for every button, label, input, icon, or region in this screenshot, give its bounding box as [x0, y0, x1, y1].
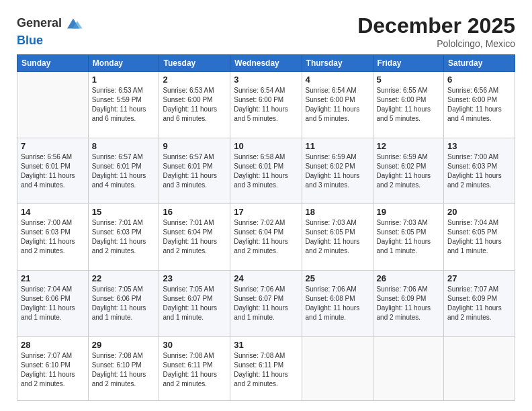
day-number: 13	[447, 141, 511, 151]
table-row	[17, 72, 89, 138]
day-info: Sunrise: 6:59 AM Sunset: 6:02 PM Dayligh…	[377, 152, 441, 190]
table-row: 29Sunrise: 7:08 AM Sunset: 6:10 PM Dayli…	[88, 336, 159, 400]
day-number: 19	[377, 207, 441, 217]
table-row: 24Sunrise: 7:06 AM Sunset: 6:07 PM Dayli…	[230, 271, 302, 337]
day-info: Sunrise: 6:55 AM Sunset: 6:00 PM Dayligh…	[377, 86, 441, 124]
day-number: 20	[447, 207, 511, 217]
table-row	[373, 336, 444, 400]
col-saturday: Saturday	[444, 55, 515, 72]
day-number: 28	[21, 340, 85, 350]
day-number: 24	[234, 273, 298, 283]
day-number: 8	[92, 141, 156, 151]
logo-text-general: General	[17, 16, 62, 31]
day-number: 1	[92, 75, 156, 85]
table-row: 11Sunrise: 6:59 AM Sunset: 6:02 PM Dayli…	[302, 138, 373, 204]
day-number: 15	[92, 207, 156, 217]
day-number: 2	[163, 75, 226, 85]
day-info: Sunrise: 7:05 AM Sunset: 6:07 PM Dayligh…	[163, 285, 226, 322]
logo: General Blue	[17, 13, 83, 48]
day-info: Sunrise: 7:05 AM Sunset: 6:06 PM Dayligh…	[92, 285, 156, 322]
day-number: 5	[377, 75, 441, 85]
day-number: 12	[377, 141, 441, 151]
header: General Blue December 2025 Pololcingo, M…	[17, 13, 515, 49]
day-info: Sunrise: 6:56 AM Sunset: 6:00 PM Dayligh…	[447, 86, 511, 124]
day-number: 14	[21, 207, 85, 217]
day-number: 18	[306, 207, 369, 217]
table-row: 4Sunrise: 6:54 AM Sunset: 6:00 PM Daylig…	[302, 72, 373, 138]
day-info: Sunrise: 6:53 AM Sunset: 6:00 PM Dayligh…	[163, 86, 226, 124]
day-number: 31	[234, 340, 298, 350]
table-row: 28Sunrise: 7:07 AM Sunset: 6:10 PM Dayli…	[17, 336, 89, 400]
table-row: 10Sunrise: 6:58 AM Sunset: 6:01 PM Dayli…	[230, 138, 302, 204]
table-row: 19Sunrise: 7:03 AM Sunset: 6:05 PM Dayli…	[373, 204, 444, 271]
day-info: Sunrise: 7:07 AM Sunset: 6:10 PM Dayligh…	[21, 351, 85, 389]
table-row: 9Sunrise: 6:57 AM Sunset: 6:01 PM Daylig…	[159, 138, 230, 204]
day-number: 26	[377, 273, 441, 283]
table-row: 7Sunrise: 6:56 AM Sunset: 6:01 PM Daylig…	[17, 138, 89, 204]
day-info: Sunrise: 7:02 AM Sunset: 6:04 PM Dayligh…	[234, 218, 298, 256]
day-info: Sunrise: 6:57 AM Sunset: 6:01 PM Dayligh…	[163, 152, 226, 190]
page: General Blue December 2025 Pololcingo, M…	[0, 0, 532, 411]
day-number: 23	[163, 273, 226, 283]
table-row: 6Sunrise: 6:56 AM Sunset: 6:00 PM Daylig…	[444, 72, 515, 138]
table-row: 30Sunrise: 7:08 AM Sunset: 6:11 PM Dayli…	[159, 336, 230, 400]
day-number: 9	[163, 141, 226, 151]
calendar-table: Sunday Monday Tuesday Wednesday Thursday…	[17, 54, 515, 401]
table-row: 8Sunrise: 6:57 AM Sunset: 6:01 PM Daylig…	[88, 138, 159, 204]
day-number: 30	[163, 340, 226, 350]
table-row: 3Sunrise: 6:54 AM Sunset: 6:00 PM Daylig…	[230, 72, 302, 138]
table-row: 12Sunrise: 6:59 AM Sunset: 6:02 PM Dayli…	[373, 138, 444, 204]
day-number: 3	[234, 75, 298, 85]
table-row: 15Sunrise: 7:01 AM Sunset: 6:03 PM Dayli…	[88, 204, 159, 271]
day-info: Sunrise: 7:06 AM Sunset: 6:08 PM Dayligh…	[306, 285, 369, 322]
day-number: 11	[306, 141, 369, 151]
logo-text-blue: Blue	[17, 34, 43, 48]
day-info: Sunrise: 7:01 AM Sunset: 6:03 PM Dayligh…	[92, 218, 156, 256]
day-info: Sunrise: 7:04 AM Sunset: 6:05 PM Dayligh…	[447, 218, 511, 256]
day-number: 16	[163, 207, 226, 217]
table-row: 17Sunrise: 7:02 AM Sunset: 6:04 PM Dayli…	[230, 204, 302, 271]
day-info: Sunrise: 7:00 AM Sunset: 6:03 PM Dayligh…	[447, 152, 511, 190]
table-row: 21Sunrise: 7:04 AM Sunset: 6:06 PM Dayli…	[17, 271, 89, 337]
logo-icon	[63, 13, 83, 34]
day-info: Sunrise: 6:54 AM Sunset: 6:00 PM Dayligh…	[234, 86, 298, 124]
col-tuesday: Tuesday	[159, 55, 230, 72]
day-info: Sunrise: 7:06 AM Sunset: 6:09 PM Dayligh…	[377, 285, 441, 322]
day-info: Sunrise: 7:07 AM Sunset: 6:09 PM Dayligh…	[447, 285, 511, 322]
table-row	[444, 336, 515, 400]
day-info: Sunrise: 7:08 AM Sunset: 6:11 PM Dayligh…	[234, 351, 298, 389]
col-monday: Monday	[88, 55, 159, 72]
col-thursday: Thursday	[302, 55, 373, 72]
table-row: 16Sunrise: 7:01 AM Sunset: 6:04 PM Dayli…	[159, 204, 230, 271]
day-number: 21	[21, 273, 85, 283]
day-info: Sunrise: 7:08 AM Sunset: 6:11 PM Dayligh…	[163, 351, 226, 389]
table-row: 25Sunrise: 7:06 AM Sunset: 6:08 PM Dayli…	[302, 271, 373, 337]
day-number: 10	[234, 141, 298, 151]
day-info: Sunrise: 6:54 AM Sunset: 6:00 PM Dayligh…	[306, 86, 369, 124]
day-info: Sunrise: 7:08 AM Sunset: 6:10 PM Dayligh…	[92, 351, 156, 389]
day-info: Sunrise: 6:58 AM Sunset: 6:01 PM Dayligh…	[234, 152, 298, 190]
table-row: 26Sunrise: 7:06 AM Sunset: 6:09 PM Dayli…	[373, 271, 444, 337]
day-info: Sunrise: 7:01 AM Sunset: 6:04 PM Dayligh…	[163, 218, 226, 256]
day-number: 27	[447, 273, 511, 283]
table-row: 1Sunrise: 6:53 AM Sunset: 5:59 PM Daylig…	[88, 72, 159, 138]
day-number: 4	[306, 75, 369, 85]
day-info: Sunrise: 6:53 AM Sunset: 5:59 PM Dayligh…	[92, 86, 156, 124]
day-number: 6	[447, 75, 511, 85]
table-row: 18Sunrise: 7:03 AM Sunset: 6:05 PM Dayli…	[302, 204, 373, 271]
day-number: 25	[306, 273, 369, 283]
location: Pololcingo, Mexico	[357, 38, 515, 49]
day-info: Sunrise: 6:59 AM Sunset: 6:02 PM Dayligh…	[306, 152, 369, 190]
day-info: Sunrise: 7:00 AM Sunset: 6:03 PM Dayligh…	[21, 218, 85, 256]
table-row: 23Sunrise: 7:05 AM Sunset: 6:07 PM Dayli…	[159, 271, 230, 337]
month-title: December 2025	[357, 13, 515, 38]
col-friday: Friday	[373, 55, 444, 72]
day-info: Sunrise: 7:04 AM Sunset: 6:06 PM Dayligh…	[21, 285, 85, 322]
table-row: 20Sunrise: 7:04 AM Sunset: 6:05 PM Dayli…	[444, 204, 515, 271]
calendar-header-row: Sunday Monday Tuesday Wednesday Thursday…	[17, 55, 515, 72]
day-info: Sunrise: 6:57 AM Sunset: 6:01 PM Dayligh…	[92, 152, 156, 190]
day-info: Sunrise: 7:06 AM Sunset: 6:07 PM Dayligh…	[234, 285, 298, 322]
day-number: 22	[92, 273, 156, 283]
table-row: 13Sunrise: 7:00 AM Sunset: 6:03 PM Dayli…	[444, 138, 515, 204]
col-wednesday: Wednesday	[230, 55, 302, 72]
